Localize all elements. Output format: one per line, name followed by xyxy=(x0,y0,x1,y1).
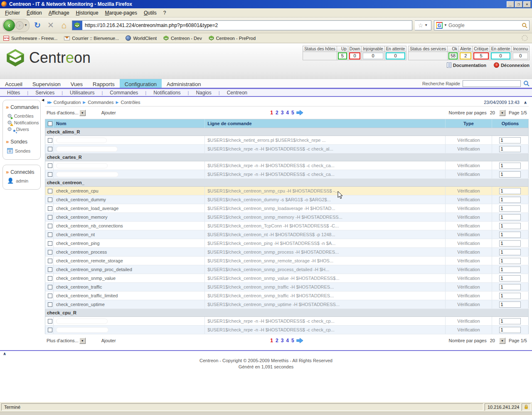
command-name-cell[interactable]: check_centreon_remote_storage xyxy=(54,257,205,265)
row-checkbox[interactable] xyxy=(48,215,52,220)
menu-item-affichage[interactable]: Affichage xyxy=(45,9,73,17)
command-name-cell[interactable] xyxy=(54,317,205,326)
next-page-icon[interactable] xyxy=(297,110,303,115)
logout-link[interactable]: Déconnexion xyxy=(494,62,530,68)
bookmark-item[interactable]: Centreon - PreProd xyxy=(209,35,256,41)
url-bar[interactable] xyxy=(72,20,412,30)
more-actions-select[interactable]: Plus d'actions... xyxy=(47,110,79,115)
command-name-cell[interactable]: check_centreon_traffic xyxy=(54,283,205,291)
options-input[interactable] xyxy=(499,258,521,264)
options-input[interactable] xyxy=(499,293,521,299)
menu-item-fichier[interactable]: Fichier xyxy=(2,9,23,17)
bookmark-item[interactable]: SFWSunfreeware - Freew... xyxy=(3,36,57,41)
bookmark-item[interactable]: WorldClient xyxy=(126,35,157,41)
page-link-1[interactable]: 1 xyxy=(270,338,273,343)
command-name-cell[interactable] xyxy=(54,326,205,334)
row-checkbox[interactable] xyxy=(48,241,52,246)
sidebar-collapse-icon[interactable]: ◀ xyxy=(42,98,44,102)
breadcrumb-item-contrles[interactable]: Contrôles xyxy=(121,100,140,105)
command-name-cell[interactable] xyxy=(54,170,205,179)
options-input[interactable] xyxy=(499,223,521,229)
page-link-4[interactable]: 4 xyxy=(286,338,289,343)
tab-administration[interactable]: Administration xyxy=(162,79,206,88)
minimize-button[interactable]: _ xyxy=(507,1,514,7)
bookmark-star[interactable]: ☆▼ xyxy=(415,20,431,30)
more-actions-dropdown-icon[interactable]: ▼ xyxy=(79,110,86,116)
menu-item-dition[interactable]: Édition xyxy=(23,9,45,17)
options-input[interactable] xyxy=(499,327,521,333)
subnav-item-nagios[interactable]: Nagios xyxy=(189,90,218,96)
per-page-value[interactable]: 20 xyxy=(490,110,495,115)
row-checkbox[interactable] xyxy=(48,294,52,298)
web-search-box[interactable]: G ▼ xyxy=(434,20,530,30)
menu-item-marquepages[interactable]: Marque-pages xyxy=(102,9,140,17)
options-input[interactable] xyxy=(499,267,521,273)
col-header-name[interactable]: Nom xyxy=(54,119,205,128)
options-input[interactable] xyxy=(499,275,521,282)
collapse-bottom-icon[interactable]: ∧ xyxy=(0,351,532,356)
star-icon[interactable]: ☆ xyxy=(418,22,424,29)
options-input[interactable] xyxy=(499,163,521,169)
menu-item-?[interactable]: ? xyxy=(160,9,170,17)
options-input[interactable] xyxy=(499,171,521,178)
select-all-checkbox[interactable] xyxy=(48,121,52,126)
page-link-3[interactable]: 3 xyxy=(281,338,284,343)
more-actions-select-bottom[interactable]: Plus d'actions... xyxy=(47,338,79,343)
restore-button[interactable]: ❐ xyxy=(515,1,522,7)
col-header-type[interactable]: Type xyxy=(445,119,492,128)
page-link-2[interactable]: 2 xyxy=(276,338,278,343)
command-name-cell[interactable] xyxy=(54,145,205,153)
star-dropdown-icon[interactable]: ▼ xyxy=(424,23,428,27)
breadcrumb-item-commandes[interactable]: Commandes xyxy=(88,100,113,105)
menu-item-outils[interactable]: Outils xyxy=(140,9,160,17)
quick-search-input[interactable] xyxy=(463,80,521,87)
row-checkbox[interactable] xyxy=(48,224,52,228)
tab-vues[interactable]: Vues xyxy=(66,79,88,88)
row-checkbox[interactable] xyxy=(48,163,52,168)
bookmark-item[interactable]: Courrier :: Bienvenue... xyxy=(64,36,119,41)
search-icon[interactable] xyxy=(522,22,527,28)
options-input[interactable] xyxy=(499,232,521,238)
row-checkbox[interactable] xyxy=(48,276,52,281)
options-input[interactable] xyxy=(499,240,521,247)
web-search-input[interactable] xyxy=(448,22,520,28)
reload-button[interactable]: ↻ xyxy=(32,20,43,30)
options-input[interactable] xyxy=(499,301,521,308)
row-checkbox[interactable] xyxy=(48,319,52,324)
per-page-value-bottom[interactable]: 20 xyxy=(490,338,495,343)
command-name-cell[interactable]: check_centreon_load_average xyxy=(54,204,205,213)
tab-accueil[interactable]: Accueil xyxy=(0,79,27,88)
options-input[interactable] xyxy=(499,137,521,143)
sidebar-item-sondes[interactable]: ⚙Sondes xyxy=(3,147,40,154)
sidebar-item-divers[interactable]: ⚙Divers xyxy=(3,126,40,133)
row-checkbox[interactable] xyxy=(48,328,52,332)
tab-configuration[interactable]: Configuration xyxy=(120,79,162,88)
command-name-cell[interactable]: check_centreon_ping xyxy=(54,239,205,248)
sidebar-item-admin[interactable]: 👤admin xyxy=(3,178,40,184)
site-favicon[interactable] xyxy=(72,21,82,30)
col-header-command[interactable]: Ligne de commande xyxy=(205,119,445,128)
sidebar-item-contrôles[interactable]: ⚙Contrôles xyxy=(3,113,40,119)
subnav-item-notifications[interactable]: Notifications xyxy=(146,90,187,96)
home-button[interactable]: ⌂ xyxy=(59,20,69,30)
history-dropdown-icon[interactable]: ▼ xyxy=(24,23,27,27)
url-input[interactable] xyxy=(82,22,412,28)
options-input[interactable] xyxy=(499,318,521,324)
add-button-bottom[interactable]: Ajouter xyxy=(101,338,116,343)
breadcrumb-item-configuration[interactable]: Configuration xyxy=(54,100,81,105)
command-name-cell[interactable]: check_centreon_snmp_proc_detailed xyxy=(54,265,205,274)
command-name-cell[interactable]: check_centreon_nb_connections xyxy=(54,222,205,230)
subnav-item-htes[interactable]: Hôtes xyxy=(0,90,27,96)
search-engine-dropdown-icon[interactable]: ▼ xyxy=(444,23,447,27)
row-checkbox[interactable] xyxy=(48,259,52,263)
close-button[interactable]: ✕ xyxy=(523,1,531,7)
row-checkbox[interactable] xyxy=(48,138,52,143)
command-name-cell[interactable] xyxy=(54,161,205,170)
options-input[interactable] xyxy=(499,188,521,194)
options-input[interactable] xyxy=(499,214,521,220)
options-input[interactable] xyxy=(499,249,521,255)
subnav-item-centreon[interactable]: Centreon xyxy=(220,90,254,96)
page-link-5[interactable]: 5 xyxy=(291,110,294,116)
add-button[interactable]: Ajouter xyxy=(101,110,116,115)
col-header-options[interactable]: Options xyxy=(492,119,528,128)
